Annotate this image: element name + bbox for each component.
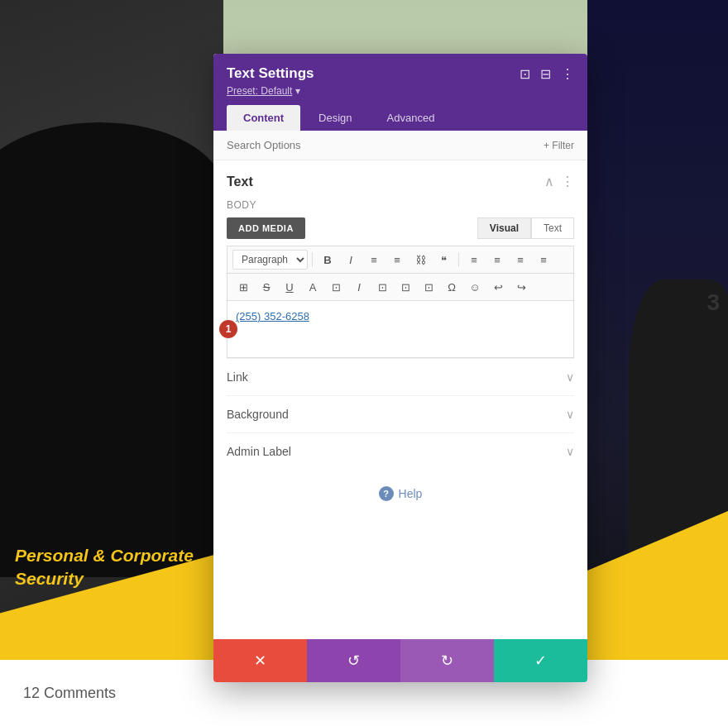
- link-section: Link ∨: [227, 358, 574, 395]
- text-settings-modal: Text Settings ⊡ ⊟ ⋮ Preset: Default ▾ Co…: [213, 54, 587, 682]
- redo-editor-btn[interactable]: ↪: [510, 277, 532, 297]
- text-color-btn[interactable]: A: [302, 277, 323, 297]
- editor-top-controls: ADD MEDIA Visual Text: [227, 217, 574, 246]
- bg-left: Personal & Corporate Security: [0, 0, 223, 726]
- visual-toggle-btn[interactable]: Visual: [477, 217, 531, 239]
- text-toggle-btn[interactable]: Text: [531, 217, 574, 239]
- help-section[interactable]: ? Help: [227, 470, 574, 518]
- view-toggle: Visual Text: [477, 217, 574, 239]
- underline-btn[interactable]: U: [279, 277, 300, 297]
- ol-btn[interactable]: ≡: [386, 250, 408, 270]
- modal-title: Text Settings: [227, 65, 314, 82]
- background-chevron-icon: ∨: [566, 408, 574, 421]
- section-menu-icon[interactable]: ⋮: [561, 174, 574, 189]
- right-badge: 3: [706, 289, 720, 316]
- link-section-header[interactable]: Link ∨: [227, 370, 574, 384]
- align-center-btn[interactable]: ≡: [486, 250, 508, 270]
- hero-text: Personal & Corporate Security: [15, 544, 194, 590]
- help-icon: ?: [379, 486, 394, 501]
- cancel-button[interactable]: ✕: [213, 639, 307, 682]
- fullscreen-icon[interactable]: ⊡: [520, 66, 530, 82]
- fullscreen-editor-btn[interactable]: ⊡: [418, 277, 439, 297]
- modal-header: Text Settings ⊡ ⊟ ⋮ Preset: Default ▾ Co…: [213, 54, 587, 131]
- editor-content-area[interactable]: 1 (255) 352-6258: [227, 300, 574, 358]
- background-section-header[interactable]: Background ∨: [227, 408, 574, 421]
- link-btn[interactable]: ⛓: [410, 250, 431, 270]
- undo-button[interactable]: ↺: [307, 639, 400, 682]
- guard-silhouette-left: [0, 122, 223, 577]
- editor-toolbar-row1: Paragraph B I ≡ ≡ ⛓ ❝ ≡ ≡ ≡ ≡: [227, 246, 574, 273]
- columns-icon[interactable]: ⊟: [540, 66, 551, 82]
- modal-footer: ✕ ↺ ↻ ✓: [213, 639, 587, 682]
- tab-design[interactable]: Design: [302, 105, 368, 131]
- text-section: Text ∧ ⋮ Body ADD MEDIA Visual Text Para…: [227, 174, 574, 358]
- modal-title-icons: ⊡ ⊟ ⋮: [520, 66, 574, 82]
- redo-button[interactable]: ↻: [400, 639, 494, 682]
- tab-advanced[interactable]: Advanced: [371, 105, 452, 131]
- paragraph-select[interactable]: Paragraph: [232, 250, 308, 270]
- admin-label-section-label: Admin Label: [227, 445, 291, 458]
- toolbar-sep2: [458, 252, 459, 267]
- body-label: Body: [227, 199, 574, 211]
- align-left-btn[interactable]: ≡: [463, 250, 485, 270]
- save-button[interactable]: ✓: [494, 639, 587, 682]
- bg-right: 3: [587, 0, 728, 726]
- section-header: Text ∧ ⋮: [227, 174, 574, 189]
- omega-btn[interactable]: Ω: [441, 277, 462, 297]
- paste-btn[interactable]: ⊡: [325, 277, 347, 297]
- text-section-title: Text: [227, 174, 253, 189]
- background-section: Background ∨: [227, 395, 574, 432]
- toolbar-sep1: [312, 252, 313, 267]
- italic-btn[interactable]: I: [340, 250, 362, 270]
- ul-btn[interactable]: ≡: [363, 250, 385, 270]
- admin-label-section-header[interactable]: Admin Label ∨: [227, 445, 574, 458]
- search-options-input[interactable]: [227, 139, 544, 151]
- admin-chevron-icon: ∨: [566, 445, 574, 458]
- italic2-btn[interactable]: I: [348, 277, 370, 297]
- strikethrough-btn[interactable]: S: [256, 277, 277, 297]
- modal-search-bar: + Filter: [213, 131, 587, 160]
- comments-text: 12 Comments: [23, 685, 116, 702]
- align-justify-btn[interactable]: ≡: [533, 250, 554, 270]
- add-media-button[interactable]: ADD MEDIA: [227, 217, 305, 239]
- link-section-label: Link: [227, 370, 248, 384]
- modal-tabs: Content Design Advanced: [227, 105, 574, 131]
- phone-link[interactable]: (255) 352-6258: [236, 310, 309, 322]
- undo-editor-btn[interactable]: ↩: [487, 277, 509, 297]
- bold-btn[interactable]: B: [317, 250, 338, 270]
- link-chevron-icon: ∨: [566, 370, 574, 384]
- background-section-label: Background: [227, 408, 289, 421]
- emoji-btn[interactable]: ☺: [464, 277, 486, 297]
- section-collapse-icon[interactable]: ∧: [544, 174, 554, 189]
- filter-button[interactable]: + Filter: [544, 140, 574, 151]
- step-badge: 1: [219, 320, 237, 338]
- table-btn[interactable]: ⊞: [232, 277, 254, 297]
- tab-content[interactable]: Content: [227, 105, 300, 131]
- help-label: Help: [399, 487, 423, 500]
- modal-body: Text ∧ ⋮ Body ADD MEDIA Visual Text Para…: [213, 160, 587, 639]
- quote-btn[interactable]: ❝: [433, 250, 454, 270]
- outdent-btn[interactable]: ⊡: [395, 277, 416, 297]
- section-controls: ∧ ⋮: [544, 174, 574, 189]
- modal-title-row: Text Settings ⊡ ⊟ ⋮: [227, 65, 574, 82]
- more-options-icon[interactable]: ⋮: [561, 66, 574, 82]
- admin-label-section: Admin Label ∨: [227, 432, 574, 470]
- align-right-btn[interactable]: ≡: [510, 250, 531, 270]
- modal-preset[interactable]: Preset: Default ▾: [227, 85, 574, 97]
- editor-toolbar-row2: ⊞ S U A ⊡ I ⊡ ⊡ ⊡ Ω ☺ ↩ ↪: [227, 273, 574, 300]
- indent-btn[interactable]: ⊡: [371, 277, 393, 297]
